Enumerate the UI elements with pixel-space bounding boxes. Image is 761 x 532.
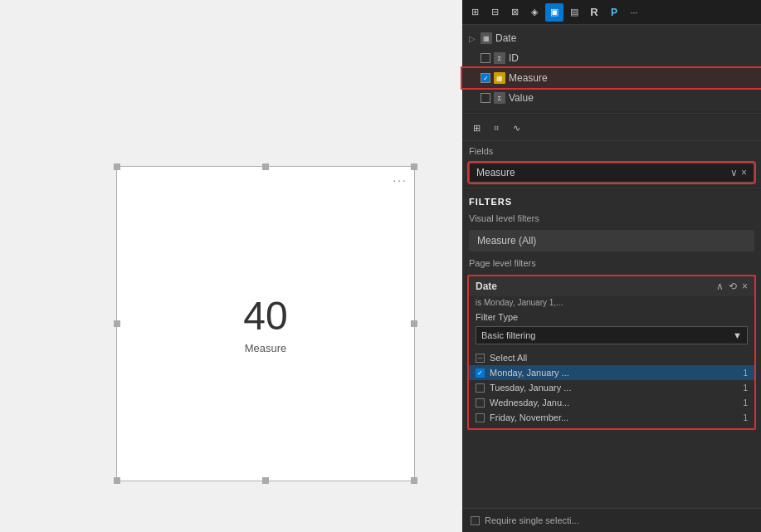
canvas-area: ··· 40 Measure bbox=[0, 0, 462, 532]
filter-type-label: Filter Type bbox=[469, 310, 754, 324]
resize-handle-tl[interactable] bbox=[114, 164, 120, 170]
toolbar-list-icon[interactable]: ▤ bbox=[565, 3, 583, 22]
checkbox-id[interactable] bbox=[481, 53, 490, 63]
toolbar-grid-icon[interactable]: ⊞ bbox=[466, 3, 484, 22]
filter-item-mon-jan-count: 1 bbox=[743, 368, 748, 378]
filter-item-tue-jan[interactable]: Tuesday, January ... 1 bbox=[469, 380, 754, 395]
checkbox-measure[interactable]: ✓ bbox=[481, 73, 490, 83]
toolbar-card-icon[interactable]: ▣ bbox=[545, 3, 563, 22]
checkbox-tue-jan[interactable] bbox=[476, 383, 485, 393]
resize-handle-tr[interactable] bbox=[411, 164, 417, 170]
fields-section-label: Fields bbox=[462, 141, 761, 159]
require-single-label: Require single selecti... bbox=[485, 515, 579, 525]
filter-item-tue-jan-count: 1 bbox=[743, 383, 748, 393]
filter-type-value: Basic filtering bbox=[481, 330, 535, 340]
top-toolbar: ⊞ ⊟ ⊠ ◈ ▣ ▤ R P ··· bbox=[462, 0, 761, 25]
filter-type-select[interactable]: Basic filtering ▼ bbox=[476, 326, 748, 344]
page-filters-label: Page level filters bbox=[462, 255, 761, 271]
require-single-bar: Require single selecti... bbox=[462, 508, 761, 532]
filter-item-mon-jan[interactable]: ✓ Monday, January ... 1 bbox=[469, 365, 754, 380]
viz-icon-fields[interactable]: ⊞ bbox=[467, 119, 485, 137]
checkbox-fri-nov[interactable] bbox=[476, 413, 485, 422]
checkbox-select-all[interactable]: ─ bbox=[476, 354, 485, 363]
resize-handle-bl[interactable] bbox=[114, 477, 120, 484]
filter-item-mon-jan-text: Monday, January ... bbox=[490, 368, 738, 378]
toolbar-arc-icon[interactable]: ◈ bbox=[525, 3, 544, 22]
resize-handle-rm[interactable] bbox=[411, 320, 417, 327]
page-filter-eraser-icon[interactable]: ⟲ bbox=[729, 281, 737, 292]
tree-expand-date: ▷ bbox=[469, 34, 477, 43]
page-filter-close-icon[interactable]: × bbox=[742, 281, 748, 292]
checkbox-wed-jan[interactable] bbox=[476, 398, 485, 408]
visual-filters-label: Visual level filters bbox=[462, 210, 761, 227]
toolbar-r-icon[interactable]: R bbox=[585, 3, 603, 22]
filter-item-wed-jan-count: 1 bbox=[743, 398, 748, 408]
require-single-checkbox[interactable] bbox=[471, 516, 480, 525]
right-panel: ⊞ ⊟ ⊠ ◈ ▣ ▤ R P ··· ▷ ▦ Date Σ ID ✓ ▦ Me… bbox=[462, 0, 761, 532]
field-drop-actions: ∨ × bbox=[730, 167, 747, 178]
checkbox-value[interactable] bbox=[481, 93, 490, 103]
page-filter-header: Date ∧ ⟲ × bbox=[469, 276, 754, 296]
field-chevron-icon[interactable]: ∨ bbox=[730, 167, 738, 178]
page-filter-box: Date ∧ ⟲ × is Monday, January 1,... Filt… bbox=[467, 275, 756, 430]
visual-number: 40 bbox=[243, 293, 287, 339]
filter-item-fri-nov-count: 1 bbox=[743, 413, 748, 422]
filter-item-wed-jan[interactable]: Wednesday, Janu... 1 bbox=[469, 395, 754, 410]
filter-item-fri-nov-text: Friday, November... bbox=[490, 412, 738, 422]
resize-handle-tm[interactable] bbox=[262, 164, 269, 170]
filters-header: FILTERS bbox=[462, 190, 761, 210]
toolbar-table-icon[interactable]: ⊟ bbox=[485, 3, 504, 22]
tree-label-value: Value bbox=[509, 92, 534, 104]
filter-item-fri-nov[interactable]: Friday, November... 1 bbox=[469, 410, 754, 425]
field-drop-text: Measure bbox=[476, 167, 730, 178]
field-close-icon[interactable]: × bbox=[741, 167, 747, 178]
filters-section: FILTERS Visual level filters Measure (Al… bbox=[462, 190, 761, 532]
page-filter-actions: ∧ ⟲ × bbox=[716, 281, 748, 292]
filter-item-wed-jan-text: Wednesday, Janu... bbox=[490, 398, 738, 408]
visual-more-icon[interactable]: ··· bbox=[393, 173, 407, 187]
viz-icon-filter[interactable]: ⌗ bbox=[487, 119, 505, 137]
fields-drop-zone[interactable]: Measure ∨ × bbox=[469, 163, 754, 183]
filter-item-tue-jan-text: Tuesday, January ... bbox=[490, 383, 738, 393]
resize-handle-lm[interactable] bbox=[114, 320, 120, 327]
toolbar-bar-icon[interactable]: ⊠ bbox=[505, 3, 524, 22]
filter-type-chevron-icon: ▼ bbox=[733, 330, 742, 340]
field-icon-date: ▦ bbox=[481, 32, 492, 44]
page-filter-title: Date bbox=[476, 281, 497, 292]
tree-item-value[interactable]: Σ Value bbox=[462, 88, 761, 108]
tree-label-measure: Measure bbox=[509, 72, 548, 84]
viz-icon-analytics[interactable]: ∿ bbox=[507, 119, 525, 137]
tree-label-date: Date bbox=[495, 32, 516, 44]
toolbar-dots-icon[interactable]: ··· bbox=[625, 3, 643, 22]
tree-item-measure[interactable]: ✓ ▦ Measure bbox=[462, 68, 761, 88]
visual-card[interactable]: ··· 40 Measure bbox=[116, 166, 415, 481]
toolbar-p-icon[interactable]: P bbox=[605, 3, 623, 22]
divider-2 bbox=[462, 188, 761, 188]
filter-items-list: ─ Select All ✓ Monday, January ... 1 Tue… bbox=[469, 347, 754, 428]
filter-item-select-all-text: Select All bbox=[490, 353, 748, 363]
tree-label-id: ID bbox=[509, 52, 519, 64]
fields-tree: ▷ ▦ Date Σ ID ✓ ▦ Measure Σ Value bbox=[462, 25, 761, 111]
checkbox-mon-jan[interactable]: ✓ bbox=[476, 368, 485, 378]
tree-item-id[interactable]: Σ ID bbox=[462, 48, 761, 68]
visual-label: Measure bbox=[245, 342, 287, 354]
visual-filter-chip[interactable]: Measure (All) bbox=[469, 230, 754, 251]
page-filter-expand-icon[interactable]: ∧ bbox=[716, 281, 724, 292]
resize-handle-br[interactable] bbox=[411, 477, 417, 484]
divider-1 bbox=[462, 113, 761, 114]
tree-item-date[interactable]: ▷ ▦ Date bbox=[462, 28, 761, 48]
field-icon-id: Σ bbox=[494, 52, 505, 64]
viz-toolbar: ⊞ ⌗ ∿ bbox=[462, 115, 761, 141]
field-icon-value: Σ bbox=[494, 92, 505, 104]
filter-item-select-all[interactable]: ─ Select All bbox=[469, 350, 754, 365]
fields-section: Fields Measure ∨ × bbox=[462, 141, 761, 186]
field-icon-measure: ▦ bbox=[494, 72, 505, 84]
page-filter-subtitle: is Monday, January 1,... bbox=[469, 296, 754, 310]
resize-handle-bm[interactable] bbox=[262, 477, 269, 484]
